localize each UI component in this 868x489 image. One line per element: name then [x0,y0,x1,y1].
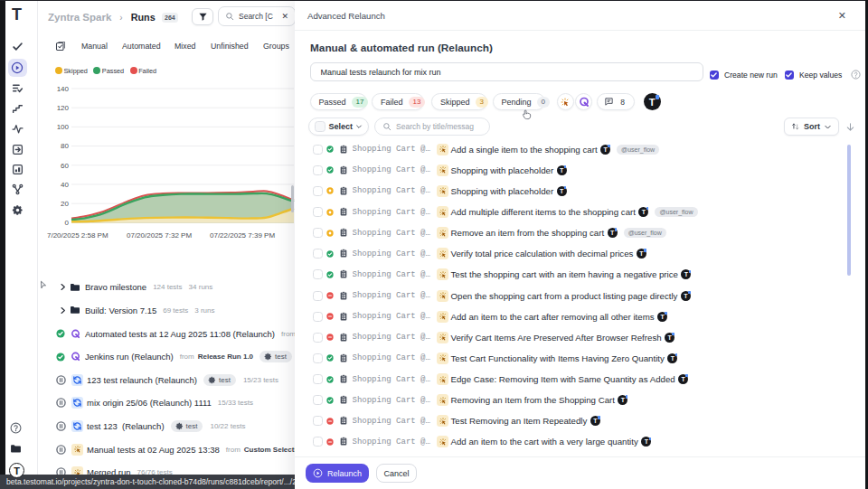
svg-text:0: 0 [65,219,70,227]
svg-text:120: 120 [57,104,70,112]
svg-text:20: 20 [61,200,69,208]
svg-text:7/20/2025 2:58 PM: 7/20/2025 2:58 PM [47,231,108,240]
svg-text:07/22/2025 7:39 PM: 07/22/2025 7:39 PM [210,231,275,240]
svg-text:100: 100 [57,123,70,131]
svg-text:07/20/2025 7:32 PM: 07/20/2025 7:32 PM [127,231,192,240]
svg-text:60: 60 [61,162,69,170]
svg-text:140: 140 [57,85,70,93]
svg-text:40: 40 [61,181,69,189]
svg-text:80: 80 [61,142,69,150]
